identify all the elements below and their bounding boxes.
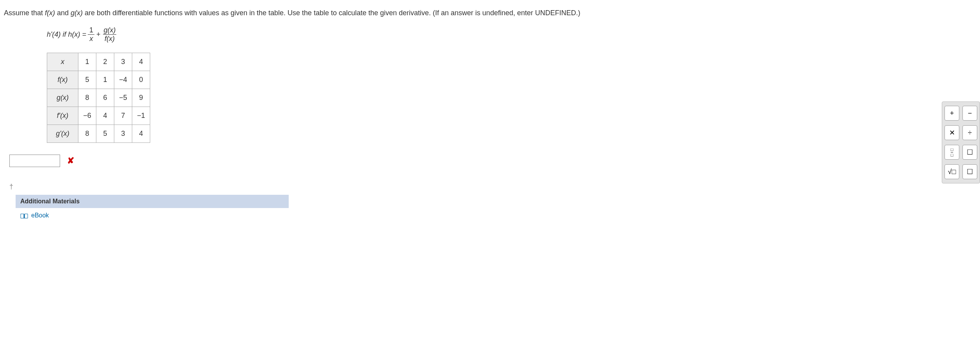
table-cell: 9 bbox=[132, 89, 150, 107]
prompt-text-and: and bbox=[55, 9, 71, 17]
table-cell: 1 bbox=[78, 53, 96, 71]
gx-symbol: g(x) bbox=[71, 9, 83, 17]
table-cell: 4 bbox=[132, 125, 150, 143]
fraction-1-over-x: 1 x bbox=[88, 26, 95, 43]
table-row: f(x)51−40 bbox=[47, 71, 150, 89]
table-cell: 5 bbox=[78, 71, 96, 89]
table-cell: 4 bbox=[96, 107, 114, 125]
formula: h'(4) if h(x) = 1 x + g(x) f(x) bbox=[47, 26, 976, 43]
keypad-exponent-button[interactable]: ☐ bbox=[962, 164, 977, 179]
values-table: x1234f(x)51−40g(x)86−59f'(x)−647−1g'(x)8… bbox=[47, 53, 150, 143]
keypad-divide-button[interactable]: ÷ bbox=[962, 125, 977, 140]
row-label: f'(x) bbox=[47, 107, 78, 125]
keypad-plus-button[interactable]: + bbox=[944, 106, 959, 121]
table-row: g(x)86−59 bbox=[47, 89, 150, 107]
table-cell: 4 bbox=[132, 53, 150, 71]
plus-sign: + bbox=[96, 30, 101, 39]
table-cell: 0 bbox=[132, 71, 150, 89]
table-cell: −1 bbox=[132, 107, 150, 125]
prompt-text-before: Assume that bbox=[4, 9, 45, 17]
keypad-sqrt-button[interactable]: √□ bbox=[944, 164, 959, 179]
table-cell: 8 bbox=[78, 125, 96, 143]
fraction-icon: □□ bbox=[951, 148, 953, 157]
book-icon bbox=[20, 213, 28, 218]
answer-input[interactable] bbox=[9, 155, 60, 167]
table-cell: 1 bbox=[96, 71, 114, 89]
table-cell: −5 bbox=[114, 89, 132, 107]
table-row: f'(x)−647−1 bbox=[47, 107, 150, 125]
additional-materials: Additional Materials eBook bbox=[16, 195, 289, 223]
keypad-times-button[interactable]: ✕ bbox=[944, 125, 959, 140]
table-cell: 7 bbox=[114, 107, 132, 125]
table-cell: 6 bbox=[96, 89, 114, 107]
math-keypad: + − ✕ ÷ □□ ☐ √□ ☐ bbox=[942, 101, 980, 183]
ebook-row: eBook bbox=[16, 208, 289, 223]
row-label: g(x) bbox=[47, 89, 78, 107]
fraction-gx-over-fx: g(x) f(x) bbox=[102, 26, 117, 43]
fraction-den: f(x) bbox=[103, 34, 116, 43]
table-cell: 3 bbox=[114, 53, 132, 71]
keypad-minus-button[interactable]: − bbox=[962, 106, 977, 121]
fraction-num: 1 bbox=[88, 26, 95, 34]
ebook-link[interactable]: eBook bbox=[31, 212, 49, 219]
row-label: f(x) bbox=[47, 71, 78, 89]
keypad-fraction-button[interactable]: □□ bbox=[944, 145, 959, 160]
table-cell: 3 bbox=[114, 125, 132, 143]
keypad-parens-button[interactable]: ☐ bbox=[962, 145, 977, 160]
table-row: x1234 bbox=[47, 53, 150, 71]
row-label: g'(x) bbox=[47, 125, 78, 143]
table-cell: 8 bbox=[78, 89, 96, 107]
dagger-symbol: † bbox=[9, 183, 976, 191]
additional-materials-header: Additional Materials bbox=[16, 195, 289, 208]
incorrect-icon: ✘ bbox=[67, 156, 74, 166]
row-label: x bbox=[47, 53, 78, 71]
table-row: g'(x)8534 bbox=[47, 125, 150, 143]
fraction-num: g(x) bbox=[102, 26, 117, 34]
answer-row: ✘ bbox=[9, 155, 976, 167]
table-cell: 5 bbox=[96, 125, 114, 143]
table-cell: −4 bbox=[114, 71, 132, 89]
formula-lhs: h'(4) if h(x) = bbox=[47, 30, 86, 39]
prompt-text-after: are both differentiable functions with v… bbox=[83, 9, 580, 17]
question-prompt: Assume that f(x) and g(x) are both diffe… bbox=[4, 8, 976, 18]
table-cell: 2 bbox=[96, 53, 114, 71]
table-cell: −6 bbox=[78, 107, 96, 125]
fx-symbol: f(x) bbox=[45, 9, 55, 17]
fraction-den: x bbox=[88, 34, 94, 43]
